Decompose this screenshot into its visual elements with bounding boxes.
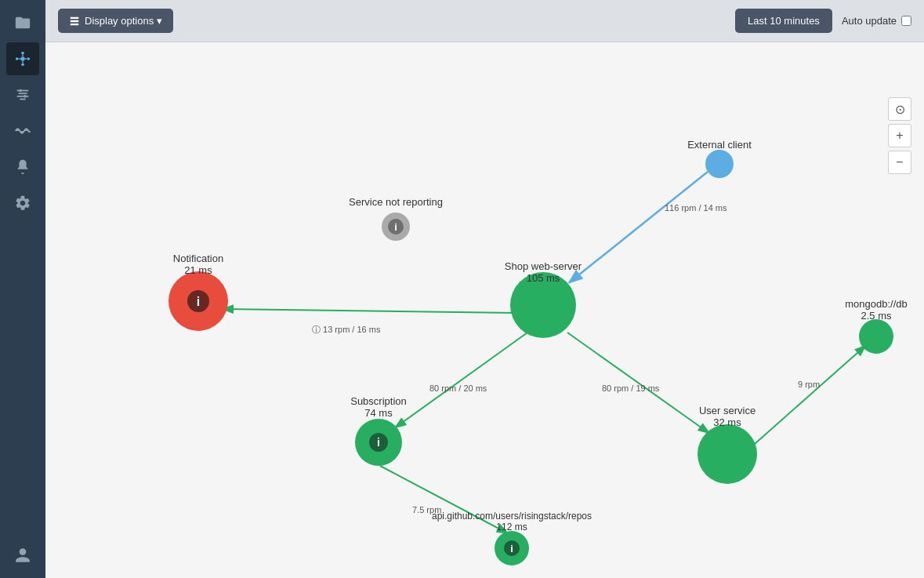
svg-line-23 [755,347,864,444]
toolbar-left: Display options ▾ [58,9,173,33]
svg-text:74 ms: 74 ms [364,407,393,419]
svg-point-14 [24,95,27,98]
svg-text:105 ms: 105 ms [527,272,560,284]
svg-text:9 rpm: 9 rpm [798,380,820,389]
svg-text:Subscription: Subscription [350,395,407,407]
svg-point-13 [19,89,22,93]
svg-line-25 [380,466,506,533]
main-content: Display options ▾ Last 10 minutes Auto u… [45,0,924,578]
node-external[interactable] [705,150,734,178]
sidebar-item-network[interactable] [6,42,39,75]
node-userservice[interactable] [698,424,757,484]
sidebar-item-settings[interactable] [6,187,39,220]
svg-point-0 [20,56,25,61]
auto-update-text: Auto update [842,15,897,27]
auto-update-checkbox[interactable] [901,16,911,26]
sidebar-item-filters[interactable] [6,78,39,111]
zoom-out-icon: − [896,155,903,169]
sidebar [0,0,45,578]
svg-text:i: i [394,221,397,233]
display-options-label: Display options ▾ [85,15,162,27]
auto-update-label[interactable]: Auto update [842,15,911,27]
network-graph-svg: 116 rpm / 14 ms ⓘ 13 rpm / 16 ms 80 rpm … [45,42,924,578]
svg-text:External client: External client [687,139,752,151]
svg-text:32 ms: 32 ms [713,416,741,428]
toolbar: Display options ▾ Last 10 minutes Auto u… [45,0,924,42]
svg-text:Shop web-server: Shop web-server [505,260,582,272]
sidebar-item-user[interactable] [6,539,39,572]
svg-text:i: i [377,436,380,449]
svg-text:112 ms: 112 ms [496,522,527,533]
svg-text:80 rpm / 20 ms: 80 rpm / 20 ms [429,384,487,393]
svg-text:Service not reporting: Service not reporting [349,196,443,208]
svg-text:116 rpm / 14 ms: 116 rpm / 14 ms [665,203,727,213]
sidebar-item-folder[interactable] [6,6,39,39]
svg-text:ⓘ 13 rpm / 16 ms: ⓘ 13 rpm / 16 ms [312,325,381,334]
svg-line-15 [571,172,708,282]
zoom-reset-button[interactable]: ⊙ [888,97,911,121]
svg-text:mongodb://db: mongodb://db [845,298,908,310]
toolbar-right: Last 10 minutes Auto update [735,9,911,33]
time-range-button[interactable]: Last 10 minutes [735,9,832,33]
display-options-button[interactable]: Display options ▾ [58,9,173,33]
svg-text:Notification: Notification [173,253,223,264]
svg-text:21 ms: 21 ms [184,264,212,276]
zoom-in-icon: + [896,129,903,143]
node-mongodb[interactable] [859,319,893,354]
svg-text:2.5 ms: 2.5 ms [861,310,892,322]
zoom-reset-icon: ⊙ [895,102,905,117]
zoom-out-button[interactable]: − [888,151,911,174]
sidebar-item-wave[interactable] [6,115,39,147]
svg-text:i: i [197,295,200,308]
svg-point-1 [21,52,24,55]
svg-text:i: i [510,543,513,554]
graph-area[interactable]: 116 rpm / 14 ms ⓘ 13 rpm / 16 ms 80 rpm … [45,42,924,578]
svg-point-2 [27,57,31,60]
svg-point-3 [16,57,19,60]
svg-text:User service: User service [699,405,756,416]
zoom-controls: ⊙ + − [888,97,911,174]
svg-line-19 [397,333,527,427]
svg-text:api.github.com/users/risingsta: api.github.com/users/risingstack/repos [432,511,592,522]
svg-point-4 [21,64,24,67]
svg-text:80 rpm / 19 ms: 80 rpm / 19 ms [602,384,660,393]
svg-line-17 [224,309,516,313]
svg-line-21 [567,333,708,432]
zoom-in-button[interactable]: + [888,124,911,147]
sidebar-item-bell[interactable] [6,151,39,184]
